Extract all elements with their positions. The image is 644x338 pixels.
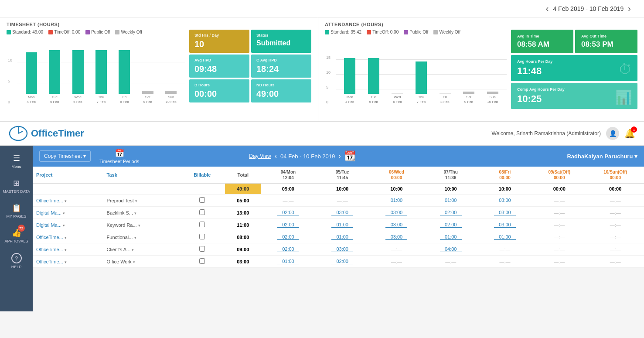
calendar-icon[interactable]: 📆 xyxy=(344,150,356,162)
day-view-link[interactable]: Day View xyxy=(249,153,271,159)
project-name[interactable]: OfficeTime... xyxy=(36,247,63,252)
task-dropdown-arrow[interactable]: ▾ xyxy=(133,260,135,264)
project-dropdown-arrow[interactable]: ▾ xyxy=(65,260,67,264)
task-name[interactable]: Preprod Test xyxy=(107,198,134,203)
next-date-btn[interactable]: › xyxy=(624,3,635,14)
comp-avg-hours-box: Comp Avg Hours Per Day 10:25 📊 xyxy=(511,83,637,109)
billable-checkbox[interactable] xyxy=(199,222,205,227)
empty-day: —:— xyxy=(499,247,510,252)
legend-dot-weeklyoff xyxy=(115,30,119,34)
day-input[interactable] xyxy=(331,259,353,264)
project-dropdown-arrow[interactable]: ▾ xyxy=(65,236,67,240)
sidebar: ☰ Menu ⊞ MASTER DATA 📋 MY PAGES 👍 72 APP… xyxy=(0,146,33,311)
billable-checkbox[interactable] xyxy=(199,258,205,264)
approvals-badge: 72 xyxy=(18,225,25,232)
project-name[interactable]: OfficeTime... xyxy=(36,235,63,240)
bar-thu: Thu7 Feb xyxy=(95,50,107,104)
menu-icon: ☰ xyxy=(13,154,20,163)
empty-day: —:— xyxy=(391,259,402,264)
project-name[interactable]: OfficeTime... xyxy=(36,259,63,264)
sidebar-item-menu[interactable]: ☰ Menu xyxy=(0,150,33,172)
day-input[interactable] xyxy=(331,246,353,252)
copy-timesheet-btn[interactable]: Copy Timesheet ▾ xyxy=(39,150,91,162)
task-name[interactable]: Backlink S... xyxy=(107,210,133,215)
empty-day: —:— xyxy=(554,247,565,252)
day-input[interactable] xyxy=(277,234,299,240)
billable-checkbox[interactable] xyxy=(199,246,205,252)
billable-checkbox[interactable] xyxy=(199,209,205,215)
day-input[interactable] xyxy=(440,246,462,252)
ts-prev-btn[interactable]: ‹ xyxy=(275,152,277,160)
task-dropdown-arrow[interactable]: ▾ xyxy=(135,199,137,203)
day-input[interactable] xyxy=(277,259,299,264)
empty-day: —:— xyxy=(554,235,565,240)
th-day-tue: 05/Tue 11:45 xyxy=(315,167,369,184)
main-layout: ☰ Menu ⊞ MASTER DATA 📋 MY PAGES 👍 72 APP… xyxy=(0,146,644,311)
sidebar-item-help[interactable]: ? HELP xyxy=(0,249,33,273)
day-input[interactable] xyxy=(331,222,353,228)
project-name[interactable]: OfficeTime... xyxy=(36,198,63,203)
task-dropdown-arrow[interactable]: ▾ xyxy=(134,211,136,215)
day-input[interactable] xyxy=(440,198,462,203)
day-input[interactable] xyxy=(385,222,407,228)
sidebar-item-master-data[interactable]: ⊞ MASTER DATA xyxy=(0,175,33,197)
day-input[interactable] xyxy=(385,210,407,215)
legend-dot-timeoff xyxy=(48,30,53,34)
bar-mon: Mon4 Feb xyxy=(26,52,37,104)
th-total: Total xyxy=(225,167,261,184)
day-input[interactable] xyxy=(331,210,353,215)
task-name[interactable]: Functional... xyxy=(107,235,133,240)
project-dropdown-arrow[interactable]: ▾ xyxy=(65,248,67,252)
attendance-legend: Standard: 35.42 TimeOff: 0.00 Public Off… xyxy=(325,30,507,34)
project-name[interactable]: Digital Ma... xyxy=(36,222,61,228)
ts-date-range: 04 Feb - 10 Feb 2019 xyxy=(280,153,335,160)
user-name-dropdown[interactable]: RadhaKalyan Paruchuru ▾ xyxy=(567,153,637,160)
project-dropdown-arrow[interactable]: ▾ xyxy=(65,199,67,203)
day-input[interactable] xyxy=(277,246,299,252)
day-input[interactable] xyxy=(494,210,516,215)
masterdata-icon: ⊞ xyxy=(13,178,20,188)
task-name[interactable]: Client's A... xyxy=(107,247,131,252)
task-name[interactable]: Office Work xyxy=(107,259,132,264)
th-day-fri: 08/Fri 00:00 xyxy=(478,167,532,184)
row-total: 09:00 xyxy=(225,243,261,256)
day-input[interactable] xyxy=(440,234,462,240)
prev-date-btn[interactable]: ‹ xyxy=(542,3,553,14)
timesheet-periods-btn[interactable]: 📅 Timesheet Periods xyxy=(99,148,139,164)
day-input[interactable] xyxy=(494,198,516,203)
task-dropdown-arrow[interactable]: ▾ xyxy=(138,223,140,228)
legend-publicoff: Public Off xyxy=(85,30,110,34)
notification-bell[interactable]: 🔔 1 xyxy=(624,128,635,139)
billable-checkbox[interactable] xyxy=(199,197,205,203)
table-row: Digital Ma... ▾Keyword Ra... ▾11:00—:——:… xyxy=(33,219,644,231)
th-day-thu: 07/Thu 11:36 xyxy=(424,167,478,184)
empty-day: —:— xyxy=(337,198,348,203)
billable-checkbox[interactable] xyxy=(199,234,205,239)
ts-next-btn[interactable]: › xyxy=(338,152,341,160)
task-dropdown-arrow[interactable]: ▾ xyxy=(134,236,136,240)
day-input[interactable] xyxy=(440,222,462,228)
project-name[interactable]: Digital Ma... xyxy=(36,210,61,215)
sidebar-item-approvals[interactable]: 👍 72 APPROVALS xyxy=(0,225,33,247)
project-dropdown-arrow[interactable]: ▾ xyxy=(63,211,65,215)
approvals-icon: 👍 72 xyxy=(12,228,21,238)
avatar[interactable]: 👤 xyxy=(606,127,619,140)
day-input[interactable] xyxy=(494,222,516,228)
sidebar-item-mypages[interactable]: 📋 MY PAGES xyxy=(0,200,33,222)
day-input[interactable] xyxy=(277,222,299,228)
sidebar-label-help: HELP xyxy=(11,265,22,269)
top-nav: ‹ 4 Feb 2019 - 10 Feb 2019 › xyxy=(0,0,644,17)
day-input[interactable] xyxy=(494,234,516,240)
day-input[interactable] xyxy=(440,210,462,215)
empty-day: —:— xyxy=(610,198,621,203)
day-input[interactable] xyxy=(277,210,299,215)
project-dropdown-arrow[interactable]: ▾ xyxy=(63,223,65,228)
day-input[interactable] xyxy=(331,234,353,240)
task-dropdown-arrow[interactable]: ▾ xyxy=(132,248,134,252)
avg-in-time-box: Avg In Time 08:58 AM xyxy=(511,30,573,53)
th-billable: Billable xyxy=(180,167,225,184)
table-row: OfficeTime... ▾Functional... ▾08:00—:——:… xyxy=(33,231,644,243)
task-name[interactable]: Keyword Ra... xyxy=(107,222,137,228)
day-input[interactable] xyxy=(385,234,407,240)
day-input[interactable] xyxy=(385,198,407,203)
